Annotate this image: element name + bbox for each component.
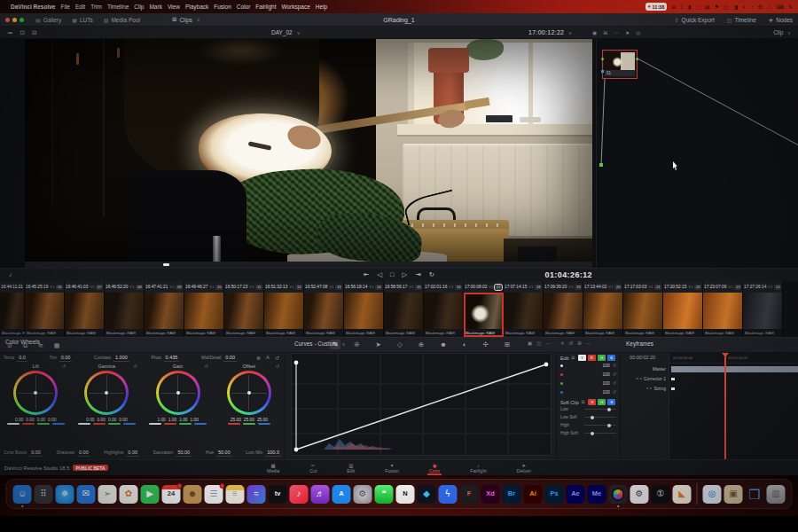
dock-icon[interactable]: ◨ xyxy=(733,4,739,10)
param-tint[interactable]: Tint0.00 xyxy=(50,355,73,362)
track-label-master[interactable]: Master xyxy=(621,364,669,373)
more-icon[interactable]: ⋯ xyxy=(614,29,619,35)
clip-thumbnail[interactable]: Blackmagic RAW xyxy=(703,293,743,337)
timeline-clip-06[interactable]: 16:45:25:19V106Blackmagic RAW xyxy=(25,281,65,337)
timeline-clip-24[interactable]: 17:27:26:14V124Blackmagic RAW xyxy=(743,281,783,337)
jump-end-button[interactable]: ⇥ xyxy=(415,270,420,278)
clip-filter-icon[interactable]: ≔ xyxy=(7,29,13,36)
slider-track[interactable] xyxy=(584,409,616,410)
dock-affinity[interactable]: ◆ xyxy=(418,485,436,504)
dock-adobe-bridge[interactable]: Br xyxy=(503,485,521,504)
sizing-icon[interactable]: ⊞ xyxy=(502,340,512,349)
channel-bar[interactable] xyxy=(179,423,192,425)
dock-apple-tv[interactable]: tv xyxy=(269,485,287,504)
dock-fox-app[interactable]: ◣ xyxy=(673,485,692,504)
display-icon[interactable]: ▢ xyxy=(695,4,700,10)
gear-icon[interactable]: ⚙ xyxy=(758,4,763,10)
dock-music[interactable]: ♪ xyxy=(290,485,309,504)
param-lum-mix[interactable]: Lum Mix100.0 xyxy=(246,450,281,457)
pen-icon[interactable]: ✎ xyxy=(788,4,793,10)
stop-button[interactable]: □ xyxy=(390,270,395,278)
dock-contacts[interactable]: ☻ xyxy=(184,485,202,504)
nodes-button[interactable]: ❖Nodes xyxy=(769,17,793,23)
speaker-icon[interactable]: ◖ xyxy=(742,4,746,10)
dock-lightning-app[interactable]: ϟ xyxy=(439,485,458,504)
link-channels-icon[interactable]: ⧉ xyxy=(582,399,585,405)
clip-thumbnail[interactable]: Blackmagic RAW xyxy=(384,293,424,337)
zoom-window-button[interactable] xyxy=(20,18,24,22)
clip-thumbnail[interactable]: Blackmagic RAW xyxy=(663,293,703,337)
channel-y-button[interactable]: Y xyxy=(578,355,586,361)
dock-maps[interactable]: ➢ xyxy=(98,485,117,504)
node-editor-mode-dropdown[interactable]: Clip∨ xyxy=(773,29,791,35)
dock-adobe-xd[interactable]: Xd xyxy=(481,485,500,504)
timeline-clip-19[interactable]: 17:09:39:20V119Blackmagic RAW xyxy=(544,281,583,337)
timeline-clip-16[interactable]: 17:02:01:16V116Blackmagic RAW xyxy=(424,281,464,337)
param-saturation[interactable]: Saturation50.00 xyxy=(153,450,192,457)
slider-track[interactable] xyxy=(584,417,616,418)
curve-mode-icon[interactable]: ▣ xyxy=(528,340,532,346)
dock-photos[interactable]: ✿ xyxy=(120,485,138,504)
reset-icon[interactable]: ↺ xyxy=(613,380,616,386)
clip-thumbnail[interactable]: Blackmagic RAW xyxy=(464,293,504,337)
channel-bar[interactable] xyxy=(194,423,207,425)
menu-workspace[interactable]: Workspace xyxy=(281,4,309,10)
curve-more-icon[interactable]: ⋯ xyxy=(546,340,552,346)
timeline-clip-15[interactable]: 16:58:56:17V115Blackmagic RAW xyxy=(384,281,424,337)
param-mid-detail[interactable]: Mid/Detail0.00 xyxy=(201,355,237,362)
dock-unarchiver[interactable]: ▣ xyxy=(724,485,743,504)
wheel-center-handle[interactable] xyxy=(176,391,180,395)
bluetooth-icon[interactable]: ᛒ xyxy=(680,4,684,10)
reset-icon[interactable]: ↺ xyxy=(133,364,137,369)
clips-toggle-button[interactable]: ⊞ Clips ∨ xyxy=(172,16,200,23)
jog-position-marker[interactable] xyxy=(163,263,169,266)
node-input-key[interactable] xyxy=(601,70,604,73)
dock-adobe-after-effects[interactable]: Ae xyxy=(567,485,585,504)
curve-split-icon[interactable]: ◫ xyxy=(536,340,541,346)
enable-icon[interactable]: ● xyxy=(637,376,638,380)
slider-handle[interactable] xyxy=(607,424,611,427)
list-view-icon[interactable]: ⊟ xyxy=(32,29,36,36)
slider-handle[interactable] xyxy=(607,408,611,411)
clip-thumbnail[interactable]: Blackmagic RAW xyxy=(25,293,65,337)
video-frame[interactable] xyxy=(25,39,592,262)
timeline-clip-11[interactable]: 16:50:17:23V111Blackmagic RAW xyxy=(224,281,264,337)
toggle-luts[interactable]: ▦LUTs xyxy=(72,17,92,23)
flag-icon[interactable]: ⚑ xyxy=(715,4,719,10)
clip-thumbnail[interactable]: Blackmagic RAW xyxy=(264,293,304,337)
lightbox-icon[interactable]: ▦ xyxy=(54,342,60,349)
play-button[interactable]: ▷ xyxy=(403,270,408,278)
timeline-clip-08[interactable]: 16:46:52:20V108Blackmagic RAW xyxy=(105,281,145,337)
menu-davinci-resolve[interactable]: DaVinci Resolve xyxy=(11,4,55,10)
clip-thumbnail[interactable]: Blackmagic RAW xyxy=(344,293,384,337)
window-icon[interactable]: ◫ xyxy=(724,4,729,10)
link-channels-icon[interactable]: ⧉ xyxy=(571,355,575,361)
param-hue[interactable]: Hue50.00 xyxy=(206,450,232,457)
node-graph-panel[interactable]: 01 xyxy=(596,39,798,268)
screen-recording-timer[interactable]: ⏺11:38 xyxy=(645,3,667,11)
reset-icon[interactable]: ↺ xyxy=(613,372,616,377)
clip-thumbnail[interactable]: Blackmagic RAW xyxy=(105,293,145,337)
crosshair-icon[interactable]: ✛ xyxy=(560,340,565,346)
channel-r-button[interactable]: R xyxy=(588,355,596,361)
toggle-media-pool[interactable]: ▧Media Pool xyxy=(104,17,140,23)
minimize-window-button[interactable] xyxy=(12,18,17,22)
menu-color[interactable]: Color xyxy=(237,4,251,10)
tab-media[interactable]: ▦Media xyxy=(263,460,283,475)
menu-fusion[interactable]: Fusion xyxy=(214,4,231,10)
channel-bar[interactable] xyxy=(22,423,35,425)
menu-help[interactable]: Help xyxy=(316,4,327,10)
expand-icon[interactable]: ▸ xyxy=(650,386,652,390)
grid-overlay-icon[interactable]: ⊞ xyxy=(603,29,607,35)
slider-track[interactable] xyxy=(584,425,616,426)
dock-notion[interactable]: N xyxy=(396,485,415,504)
expand-icon[interactable]: ▸ xyxy=(640,376,642,380)
node-output-rgb[interactable] xyxy=(636,58,638,60)
slider-handle[interactable] xyxy=(591,432,594,435)
clip-thumbnail[interactable]: Blackmagic RAW xyxy=(743,293,783,337)
timeline-clip-10[interactable]: 16:49:46:27V110Blackmagic RAW xyxy=(184,281,224,337)
loop-button[interactable]: ↻ xyxy=(429,270,434,278)
param-pivot[interactable]: Pivot0.435 xyxy=(151,355,179,362)
param-color-boost[interactable]: Color Boost0.00 xyxy=(4,450,43,457)
files-icon[interactable]: ▤ xyxy=(705,4,710,10)
